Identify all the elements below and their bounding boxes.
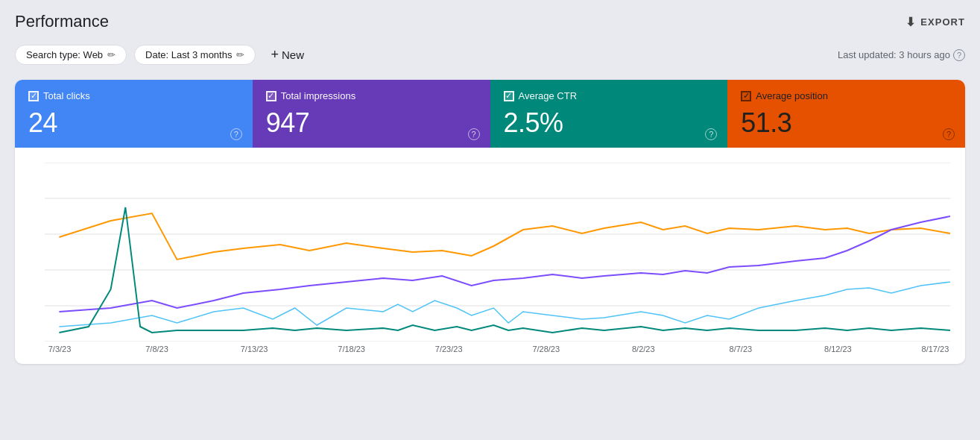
edit-icon-date: ✏: [236, 49, 244, 60]
search-type-label: Search type: Web: [26, 49, 103, 60]
metric-label-ctr: Average CTR: [519, 90, 578, 101]
export-label: EXPORT: [920, 16, 965, 28]
x-label-0: 7/3/23: [45, 345, 75, 353]
metric-average-ctr[interactable]: ✓ Average CTR 2.5% ?: [490, 80, 728, 148]
metric-total-impressions[interactable]: ✓ Total impressions 947 ?: [253, 80, 490, 148]
metric-value-clicks: 24: [28, 107, 239, 139]
last-updated: Last updated: 3 hours ago ?: [838, 49, 965, 61]
metric-label-position: Average position: [756, 90, 828, 101]
main-card: ✓ Total clicks 24 ? ✓ Total impressions …: [15, 80, 965, 364]
metric-checkbox-ctr: ✓: [504, 91, 514, 101]
help-icon-position[interactable]: ?: [943, 128, 955, 140]
metric-label-impressions: Total impressions: [281, 90, 355, 101]
x-label-9: 8/17/23: [920, 345, 950, 353]
metric-checkbox-impressions: ✓: [266, 91, 276, 101]
chart-area: 7/3/23 7/8/23 7/13/23 7/18/23 7/23/23 7/…: [15, 148, 965, 364]
download-icon: ⬇: [905, 15, 916, 29]
metric-total-clicks[interactable]: ✓ Total clicks 24 ?: [15, 80, 253, 148]
x-label-7: 8/7/23: [726, 345, 756, 353]
page-title: Performance: [15, 12, 109, 31]
metric-value-position: 51.3: [741, 107, 952, 139]
plus-icon: +: [271, 47, 279, 63]
metric-value-impressions: 947: [266, 107, 477, 139]
edit-icon: ✏: [107, 49, 116, 60]
filter-row: Search type: Web ✏ Date: Last 3 months ✏…: [15, 43, 965, 66]
date-filter[interactable]: Date: Last 3 months ✏: [134, 45, 256, 65]
chart-line-purple: [59, 216, 950, 312]
date-label: Date: Last 3 months: [145, 49, 232, 60]
new-label: New: [282, 48, 304, 61]
chart-line-orange: [59, 213, 950, 260]
performance-chart: [22, 163, 950, 342]
last-updated-text: Last updated: 3 hours ago: [838, 49, 950, 60]
search-type-filter[interactable]: Search type: Web ✏: [15, 45, 127, 65]
metric-label-clicks: Total clicks: [43, 90, 90, 101]
metric-checkbox-position: ✓: [741, 91, 751, 101]
metric-header-position: ✓ Average position: [741, 90, 952, 101]
help-icon-clicks[interactable]: ?: [230, 128, 242, 140]
help-icon-ctr[interactable]: ?: [705, 128, 717, 140]
metric-value-ctr: 2.5%: [504, 107, 715, 139]
x-label-6: 8/2/23: [628, 345, 658, 353]
metrics-row: ✓ Total clicks 24 ? ✓ Total impressions …: [15, 80, 965, 148]
metric-checkbox-clicks: ✓: [28, 91, 39, 101]
export-button[interactable]: ⬇ EXPORT: [905, 15, 965, 29]
metric-header-impressions: ✓ Total impressions: [266, 90, 477, 101]
x-label-2: 7/13/23: [239, 345, 269, 353]
metric-header-ctr: ✓ Average CTR: [504, 90, 715, 101]
metric-average-position[interactable]: ✓ Average position 51.3 ?: [727, 80, 965, 148]
x-label-3: 7/18/23: [337, 345, 367, 353]
metric-header-clicks: ✓ Total clicks: [28, 90, 239, 101]
new-button[interactable]: + New: [263, 43, 312, 66]
help-icon[interactable]: ?: [953, 49, 965, 61]
x-label-1: 7/8/23: [142, 345, 172, 353]
help-icon-impressions[interactable]: ?: [468, 128, 480, 140]
page-container: Performance ⬇ EXPORT Search type: Web ✏ …: [0, 0, 980, 440]
x-label-5: 7/28/23: [531, 345, 561, 353]
x-label-8: 8/12/23: [823, 345, 853, 353]
header-row: Performance ⬇ EXPORT: [15, 12, 965, 31]
x-label-4: 7/23/23: [434, 345, 464, 353]
x-axis-labels: 7/3/23 7/8/23 7/13/23 7/18/23 7/23/23 7/…: [22, 342, 950, 353]
